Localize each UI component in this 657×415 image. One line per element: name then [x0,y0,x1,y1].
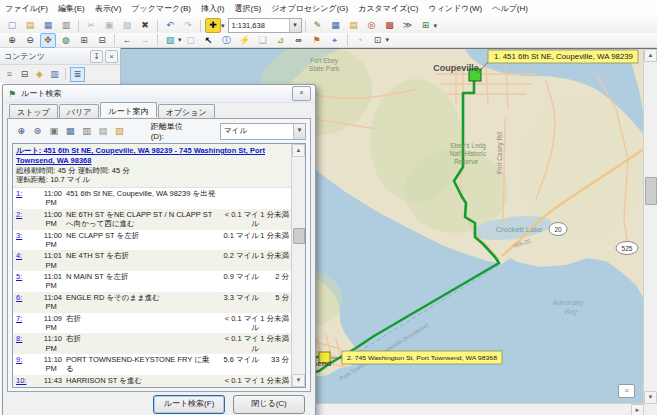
close-button[interactable]: 閉じる(C) [233,395,305,414]
select-elements-icon[interactable]: ↖ [201,33,217,48]
viewer-window-icon[interactable]: ⊡ [370,33,386,48]
step-number-link[interactable]: 3: [13,231,32,250]
find-route-button[interactable]: ルート検索(F) [153,395,225,414]
html-popup-icon[interactable]: ❑ [255,33,271,48]
close-panel-icon[interactable]: × [105,50,118,63]
dialog-title-bar[interactable]: ⚑ ルート検索 × [3,85,315,103]
copy-icon[interactable]: ▣ [101,18,117,33]
delete-icon[interactable]: ✖ [137,18,153,33]
menu-view[interactable]: 表示(V) [90,0,127,18]
list-by-drawing-order-icon[interactable]: ≡ [3,68,16,81]
forward-extent-icon[interactable]: → [137,33,153,48]
step-number-link[interactable]: 9: [13,355,32,374]
print-directions-icon[interactable]: ▥ [80,124,94,138]
vertical-scroll-thumb[interactable] [645,177,657,205]
open-icon[interactable]: ▤ [22,18,38,33]
directions-list[interactable]: ルート: 451 6th St NE, Coupeville, WA 98239… [12,143,306,388]
menu-edit[interactable]: 編集(E) [53,0,90,18]
scroll-up-icon[interactable]: ▲ [644,49,657,62]
scroll-down-icon[interactable]: ▼ [292,374,305,387]
step-number-link[interactable]: 4: [13,251,32,270]
zoom-in-icon[interactable]: ⊕ [4,33,20,48]
copy-directions-icon[interactable]: ▣ [47,124,61,138]
identify-icon[interactable]: ⓘ [219,33,235,48]
step-number-link[interactable]: 8: [13,334,32,353]
direction-row[interactable]: 1: 11:00PM 451 6th St NE, Coupeville, WA… [13,188,292,209]
toc-options-icon[interactable]: ≣ [70,67,85,82]
annotation-overflow-icon[interactable]: ≡ [618,384,635,398]
scroll-up-icon[interactable]: ▲ [292,144,305,157]
map-scale-combo[interactable]: 1:131,638 ▾ [228,18,302,33]
time-slider-icon[interactable]: ◔ [352,33,368,48]
list-by-visibility-icon[interactable]: ◈ [33,68,46,81]
distance-unit-dropdown-icon[interactable]: ▾ [293,124,305,139]
callout-stop2[interactable]: 2. 745 Washington St, Port Townsend, WA … [331,351,502,364]
direction-row[interactable]: 6: 11:04PM ENGLE RD をそのまま進む 3.3 マイル 5 分 [13,292,292,313]
measure-icon[interactable]: ⊿ [273,33,289,48]
direction-row[interactable]: 5: 11:01PM N MAIN ST を左折 0.9 マイル 2 分 [13,271,292,292]
pin-icon[interactable]: ↧ [90,50,103,63]
map-vertical-scrollbar[interactable]: ▲ ▼ [643,49,657,404]
directions-scrollbar[interactable]: ▲ ▼ [291,144,305,387]
menu-insert[interactable]: 挿入(I) [196,0,230,18]
direction-row[interactable]: 10: 11:43PM HARRISON ST を進む < 0.1 マイル 1 … [13,375,292,387]
distance-unit-combo[interactable]: マイル ▾ [220,123,306,140]
tab-options[interactable]: オプション [158,104,215,119]
step-number-link[interactable]: 7: [13,314,32,333]
route-title-link[interactable]: ルート: 451 6th St NE, Coupeville, WA 98239… [16,146,289,166]
select-features-dropdown-icon[interactable]: ▾ [178,36,182,44]
zoom-out-icon[interactable]: ⊖ [22,33,38,48]
find-route-icon[interactable]: ⚑ [309,33,325,48]
go-to-xy-icon[interactable]: ⌖ [327,33,343,48]
menu-help[interactable]: ヘルプ(H) [487,0,533,18]
toolbar-overflow-icon[interactable]: ▾ [434,22,438,30]
list-by-source-icon[interactable]: ⊟ [18,68,31,81]
full-extent-icon[interactable]: ◍ [58,33,74,48]
dialog-close-icon[interactable]: × [292,86,311,101]
menu-geoprocessing[interactable]: ジオプロセシング(G) [266,0,353,18]
menu-windows[interactable]: ウィンドウ(W) [423,0,487,18]
arctoolbox-icon[interactable]: ▩ [382,18,398,33]
menu-selection[interactable]: 選択(S) [229,0,266,18]
direction-row[interactable]: 2: 11:00PM NE 6TH ST をNE CLAPP ST / N CL… [13,209,292,230]
editor-toolbar-icon[interactable]: ✎ [310,18,326,33]
tab-stops[interactable]: ストップ [9,104,58,119]
step-number-link[interactable]: 6: [13,293,32,312]
step-number-link[interactable]: 1: [13,189,32,208]
scale-dropdown-icon[interactable]: ▾ [289,19,301,32]
paste-icon[interactable]: ▧ [119,18,135,33]
distance-unit-value[interactable]: マイル [221,126,293,136]
map-scale-value[interactable]: 1:131,638 [229,21,289,30]
direction-row[interactable]: 4: 11:01PM NE 4TH ST を右折 0.2 マイル 1 分未満 [13,250,292,271]
zoom-to-route-icon[interactable]: ⊕ [14,124,28,138]
search-window-icon[interactable]: ◎ [364,18,380,33]
back-extent-icon[interactable]: ← [119,33,135,48]
pan-tool-icon[interactable]: ✥ [40,33,56,48]
zoom-to-selected-icon[interactable]: ⊛ [30,124,44,138]
modelbuilder-icon[interactable]: ⊞ [418,18,434,33]
fixed-zoom-out-icon[interactable]: ⊟ [94,33,110,48]
tab-directions[interactable]: ルート案内 [100,102,156,117]
clear-selection-icon[interactable]: ▢ [183,33,199,48]
redo-icon[interactable]: ↷ [180,18,196,33]
add-data-dropdown-icon[interactable]: ▾ [221,22,225,30]
print-icon[interactable]: ▥ [58,18,74,33]
menu-file[interactable]: ファイル(F) [0,0,53,18]
table-of-contents-icon[interactable]: ▦ [328,18,344,33]
undo-icon[interactable]: ↶ [162,18,178,33]
catalog-window-icon[interactable]: ▤ [346,18,362,33]
python-window-icon[interactable]: ≫ [400,18,416,33]
print-preview-icon[interactable]: ▤ [96,124,110,138]
new-document-icon[interactable]: ▢ [4,18,20,33]
hyperlink-icon[interactable]: ⚡ [237,33,253,48]
step-number-link[interactable]: 2: [13,210,32,229]
add-data-icon[interactable]: ✚ [205,18,221,33]
menu-customize[interactable]: カスタマイズ(C) [353,0,423,18]
select-features-icon[interactable]: ▧ [162,33,178,48]
scroll-down-icon[interactable]: ▼ [644,391,657,404]
find-icon[interactable]: ∞ [291,33,307,48]
open-directions-icon[interactable]: ▧ [112,124,126,138]
toolbar-overflow-icon[interactable]: ▾ [386,36,390,44]
tab-barriers[interactable]: バリア [59,104,100,119]
direction-row[interactable]: 7: 11:09PM 右折 < 0.1 マイル 1 分未満 [13,313,292,334]
